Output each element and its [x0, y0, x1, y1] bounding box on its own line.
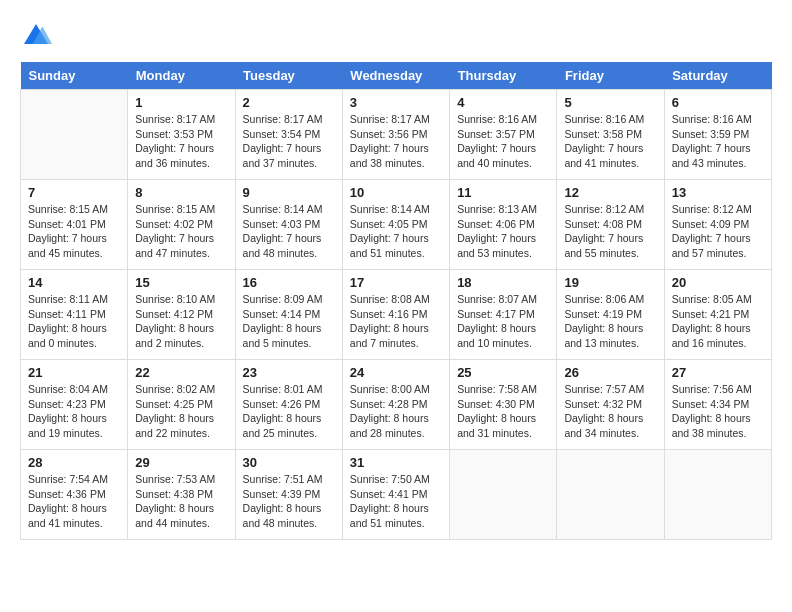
- day-cell: 15Sunrise: 8:10 AM Sunset: 4:12 PM Dayli…: [128, 270, 235, 360]
- day-number: 12: [564, 185, 656, 200]
- day-number: 15: [135, 275, 227, 290]
- day-cell: 14Sunrise: 8:11 AM Sunset: 4:11 PM Dayli…: [21, 270, 128, 360]
- day-info: Sunrise: 8:12 AM Sunset: 4:08 PM Dayligh…: [564, 202, 656, 261]
- day-number: 10: [350, 185, 442, 200]
- day-number: 17: [350, 275, 442, 290]
- day-info: Sunrise: 7:50 AM Sunset: 4:41 PM Dayligh…: [350, 472, 442, 531]
- day-cell: 1Sunrise: 8:17 AM Sunset: 3:53 PM Daylig…: [128, 90, 235, 180]
- weekday-header-saturday: Saturday: [664, 62, 771, 90]
- day-info: Sunrise: 8:07 AM Sunset: 4:17 PM Dayligh…: [457, 292, 549, 351]
- day-cell: 3Sunrise: 8:17 AM Sunset: 3:56 PM Daylig…: [342, 90, 449, 180]
- day-cell: 9Sunrise: 8:14 AM Sunset: 4:03 PM Daylig…: [235, 180, 342, 270]
- day-info: Sunrise: 8:00 AM Sunset: 4:28 PM Dayligh…: [350, 382, 442, 441]
- day-number: 5: [564, 95, 656, 110]
- day-info: Sunrise: 8:15 AM Sunset: 4:01 PM Dayligh…: [28, 202, 120, 261]
- day-number: 16: [243, 275, 335, 290]
- day-cell: 24Sunrise: 8:00 AM Sunset: 4:28 PM Dayli…: [342, 360, 449, 450]
- day-number: 21: [28, 365, 120, 380]
- calendar-table: SundayMondayTuesdayWednesdayThursdayFrid…: [20, 62, 772, 540]
- week-row-3: 14Sunrise: 8:11 AM Sunset: 4:11 PM Dayli…: [21, 270, 772, 360]
- day-cell: 16Sunrise: 8:09 AM Sunset: 4:14 PM Dayli…: [235, 270, 342, 360]
- day-cell: [21, 90, 128, 180]
- day-cell: 19Sunrise: 8:06 AM Sunset: 4:19 PM Dayli…: [557, 270, 664, 360]
- day-info: Sunrise: 8:14 AM Sunset: 4:03 PM Dayligh…: [243, 202, 335, 261]
- day-number: 14: [28, 275, 120, 290]
- week-row-5: 28Sunrise: 7:54 AM Sunset: 4:36 PM Dayli…: [21, 450, 772, 540]
- day-cell: 17Sunrise: 8:08 AM Sunset: 4:16 PM Dayli…: [342, 270, 449, 360]
- day-cell: 30Sunrise: 7:51 AM Sunset: 4:39 PM Dayli…: [235, 450, 342, 540]
- day-number: 18: [457, 275, 549, 290]
- day-info: Sunrise: 8:09 AM Sunset: 4:14 PM Dayligh…: [243, 292, 335, 351]
- day-cell: 5Sunrise: 8:16 AM Sunset: 3:58 PM Daylig…: [557, 90, 664, 180]
- day-cell: [450, 450, 557, 540]
- day-cell: 4Sunrise: 8:16 AM Sunset: 3:57 PM Daylig…: [450, 90, 557, 180]
- week-row-4: 21Sunrise: 8:04 AM Sunset: 4:23 PM Dayli…: [21, 360, 772, 450]
- logo: [20, 20, 56, 52]
- day-number: 25: [457, 365, 549, 380]
- day-number: 9: [243, 185, 335, 200]
- day-cell: 20Sunrise: 8:05 AM Sunset: 4:21 PM Dayli…: [664, 270, 771, 360]
- day-info: Sunrise: 8:06 AM Sunset: 4:19 PM Dayligh…: [564, 292, 656, 351]
- weekday-header-wednesday: Wednesday: [342, 62, 449, 90]
- day-info: Sunrise: 8:01 AM Sunset: 4:26 PM Dayligh…: [243, 382, 335, 441]
- page-header: [20, 20, 772, 52]
- day-info: Sunrise: 8:17 AM Sunset: 3:54 PM Dayligh…: [243, 112, 335, 171]
- day-info: Sunrise: 8:08 AM Sunset: 4:16 PM Dayligh…: [350, 292, 442, 351]
- day-cell: 2Sunrise: 8:17 AM Sunset: 3:54 PM Daylig…: [235, 90, 342, 180]
- day-number: 30: [243, 455, 335, 470]
- day-cell: 25Sunrise: 7:58 AM Sunset: 4:30 PM Dayli…: [450, 360, 557, 450]
- day-number: 11: [457, 185, 549, 200]
- day-number: 26: [564, 365, 656, 380]
- day-info: Sunrise: 8:04 AM Sunset: 4:23 PM Dayligh…: [28, 382, 120, 441]
- day-cell: 29Sunrise: 7:53 AM Sunset: 4:38 PM Dayli…: [128, 450, 235, 540]
- weekday-header-tuesday: Tuesday: [235, 62, 342, 90]
- day-cell: 31Sunrise: 7:50 AM Sunset: 4:41 PM Dayli…: [342, 450, 449, 540]
- day-info: Sunrise: 8:16 AM Sunset: 3:57 PM Dayligh…: [457, 112, 549, 171]
- day-number: 20: [672, 275, 764, 290]
- day-info: Sunrise: 8:10 AM Sunset: 4:12 PM Dayligh…: [135, 292, 227, 351]
- day-info: Sunrise: 8:14 AM Sunset: 4:05 PM Dayligh…: [350, 202, 442, 261]
- day-cell: 28Sunrise: 7:54 AM Sunset: 4:36 PM Dayli…: [21, 450, 128, 540]
- day-number: 19: [564, 275, 656, 290]
- week-row-2: 7Sunrise: 8:15 AM Sunset: 4:01 PM Daylig…: [21, 180, 772, 270]
- weekday-header-friday: Friday: [557, 62, 664, 90]
- day-number: 23: [243, 365, 335, 380]
- day-cell: 23Sunrise: 8:01 AM Sunset: 4:26 PM Dayli…: [235, 360, 342, 450]
- day-cell: 26Sunrise: 7:57 AM Sunset: 4:32 PM Dayli…: [557, 360, 664, 450]
- day-info: Sunrise: 7:51 AM Sunset: 4:39 PM Dayligh…: [243, 472, 335, 531]
- day-cell: [557, 450, 664, 540]
- day-number: 24: [350, 365, 442, 380]
- day-cell: 12Sunrise: 8:12 AM Sunset: 4:08 PM Dayli…: [557, 180, 664, 270]
- day-cell: 10Sunrise: 8:14 AM Sunset: 4:05 PM Dayli…: [342, 180, 449, 270]
- day-number: 4: [457, 95, 549, 110]
- day-info: Sunrise: 8:11 AM Sunset: 4:11 PM Dayligh…: [28, 292, 120, 351]
- day-info: Sunrise: 7:58 AM Sunset: 4:30 PM Dayligh…: [457, 382, 549, 441]
- day-cell: 8Sunrise: 8:15 AM Sunset: 4:02 PM Daylig…: [128, 180, 235, 270]
- day-number: 13: [672, 185, 764, 200]
- day-cell: [664, 450, 771, 540]
- weekday-header-row: SundayMondayTuesdayWednesdayThursdayFrid…: [21, 62, 772, 90]
- day-cell: 13Sunrise: 8:12 AM Sunset: 4:09 PM Dayli…: [664, 180, 771, 270]
- day-cell: 21Sunrise: 8:04 AM Sunset: 4:23 PM Dayli…: [21, 360, 128, 450]
- day-info: Sunrise: 8:17 AM Sunset: 3:53 PM Dayligh…: [135, 112, 227, 171]
- day-cell: 18Sunrise: 8:07 AM Sunset: 4:17 PM Dayli…: [450, 270, 557, 360]
- day-info: Sunrise: 8:05 AM Sunset: 4:21 PM Dayligh…: [672, 292, 764, 351]
- day-number: 31: [350, 455, 442, 470]
- day-info: Sunrise: 8:15 AM Sunset: 4:02 PM Dayligh…: [135, 202, 227, 261]
- day-number: 1: [135, 95, 227, 110]
- day-info: Sunrise: 8:16 AM Sunset: 3:59 PM Dayligh…: [672, 112, 764, 171]
- day-info: Sunrise: 8:12 AM Sunset: 4:09 PM Dayligh…: [672, 202, 764, 261]
- day-number: 6: [672, 95, 764, 110]
- weekday-header-thursday: Thursday: [450, 62, 557, 90]
- day-number: 27: [672, 365, 764, 380]
- day-info: Sunrise: 7:57 AM Sunset: 4:32 PM Dayligh…: [564, 382, 656, 441]
- day-cell: 7Sunrise: 8:15 AM Sunset: 4:01 PM Daylig…: [21, 180, 128, 270]
- day-cell: 22Sunrise: 8:02 AM Sunset: 4:25 PM Dayli…: [128, 360, 235, 450]
- day-cell: 27Sunrise: 7:56 AM Sunset: 4:34 PM Dayli…: [664, 360, 771, 450]
- day-cell: 11Sunrise: 8:13 AM Sunset: 4:06 PM Dayli…: [450, 180, 557, 270]
- day-info: Sunrise: 8:13 AM Sunset: 4:06 PM Dayligh…: [457, 202, 549, 261]
- day-info: Sunrise: 8:02 AM Sunset: 4:25 PM Dayligh…: [135, 382, 227, 441]
- day-info: Sunrise: 8:17 AM Sunset: 3:56 PM Dayligh…: [350, 112, 442, 171]
- day-number: 22: [135, 365, 227, 380]
- day-number: 29: [135, 455, 227, 470]
